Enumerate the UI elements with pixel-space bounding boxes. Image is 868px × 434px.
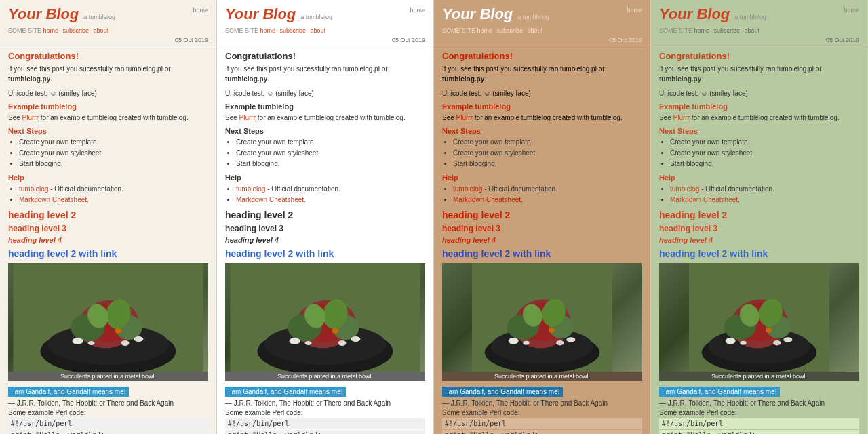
tumblelog-link-4[interactable]: tumblelog <box>670 185 699 193</box>
nav-site-1: SOME SITE <box>8 27 41 34</box>
list-item: Create your own template. <box>236 137 425 148</box>
nav-about-2[interactable]: about <box>311 27 326 34</box>
home-link-4[interactable]: home <box>844 7 859 14</box>
nav-home-4[interactable]: home <box>694 27 710 34</box>
home-link-2[interactable]: home <box>410 7 425 14</box>
code-label-3: Some example Perl code: <box>442 409 642 416</box>
date-4: 05 Oct 2019 <box>651 35 867 45</box>
h2-link-4[interactable]: heading level 2 with link <box>659 248 859 259</box>
post-title-2: Congratulations! <box>225 51 425 61</box>
example-heading-2: Example tumblelog <box>225 102 425 111</box>
code-label-2: Some example Perl code: <box>225 409 425 416</box>
code-label-4: Some example Perl code: <box>659 409 859 416</box>
h4-4: heading level 4 <box>659 236 859 244</box>
post-body-4: If you see this post you sucessfully ran… <box>659 64 859 84</box>
nav-site-2: SOME SITE <box>225 27 258 34</box>
svg-point-9 <box>73 338 83 344</box>
blog-title-2: Your Blog <box>225 5 296 22</box>
example-body-2: See Plurrr for an example tumblelog crea… <box>225 113 425 123</box>
nav-home-3[interactable]: home <box>477 27 493 34</box>
markdown-link-1[interactable]: Markdown Cheatsheet <box>19 196 87 203</box>
unicode-1: Unicode test: ☺ (smiley face) <box>8 88 208 98</box>
example-body-3: See Plurrr for an example tumblelog crea… <box>442 113 642 123</box>
attribution-1: — J.R.R. Tolkien, The Hobbit: or There a… <box>8 399 208 407</box>
tumblelog-link-3[interactable]: tumblelog <box>453 185 482 193</box>
plurrr-link-2[interactable]: Plurrr <box>239 114 256 121</box>
h3-1: heading level 3 <box>8 224 208 233</box>
date-1: 05 Oct 2019 <box>0 35 216 45</box>
post-body-1: If you see this post you sucessfully ran… <box>8 64 208 84</box>
next-heading-3: Next Steps <box>442 127 642 135</box>
h2-2: heading level 2 <box>225 210 425 220</box>
post-content-3: Congratulations! If you see this post yo… <box>434 45 650 434</box>
tumblelog-link-1[interactable]: tumblelog <box>19 185 48 193</box>
help-heading-3: Help <box>442 174 642 182</box>
next-list-2: Create your own template. Create your ow… <box>236 137 425 170</box>
nav-home-1[interactable]: home <box>43 27 59 34</box>
next-heading-2: Next Steps <box>225 127 425 135</box>
list-item: Create your own stylesheet. <box>236 148 425 159</box>
list-item: Markdown Cheatsheet. <box>670 195 859 205</box>
list-item: tumblelog - Official documentation. <box>19 184 208 195</box>
panel-4: Your Blog a tumblelog home SOME SITE hom… <box>651 0 868 434</box>
markdown-link-3[interactable]: Markdown Cheatsheet <box>453 196 521 203</box>
attribution-4: — J.R.R. Tolkien, The Hobbit: or There a… <box>659 399 859 407</box>
blog-subtitle-1: a tumblelog <box>83 14 115 20</box>
post-title-1: Congratulations! <box>8 51 208 61</box>
h2-link-3[interactable]: heading level 2 with link <box>442 248 642 259</box>
blog-title-1: Your Blog <box>8 5 79 22</box>
image-container-1: Succulents planted in a metal bowl. <box>8 263 208 381</box>
help-list-4: tumblelog - Official documentation. Mark… <box>670 184 859 205</box>
nav-subscribe-4[interactable]: subscribe <box>714 27 741 34</box>
code-line2-3: print "Hello, world\n"; <box>442 430 642 434</box>
unicode-4: Unicode test: ☺ (smiley face) <box>659 88 859 98</box>
code-line2-4: print "Hello, world\n"; <box>659 430 859 434</box>
home-link-3[interactable]: home <box>627 7 642 14</box>
example-heading-3: Example tumblelog <box>442 102 642 111</box>
nav-subscribe-3[interactable]: subscribe <box>497 27 524 34</box>
help-heading-4: Help <box>659 174 859 182</box>
svg-point-39 <box>556 340 564 346</box>
nav-about-4[interactable]: about <box>745 27 760 34</box>
list-item: Start blogging. <box>453 159 642 170</box>
svg-point-10 <box>134 336 144 342</box>
markdown-link-2[interactable]: Markdown Cheatsheet <box>236 196 304 203</box>
h2-link-2[interactable]: heading level 2 with link <box>225 248 425 259</box>
home-link-1[interactable]: home <box>193 7 208 14</box>
nav-site-3: SOME SITE <box>442 27 475 34</box>
image-caption-3: Succulents planted in a metal bowl. <box>442 372 642 381</box>
tumblelog-link-2[interactable]: tumblelog <box>236 185 265 193</box>
list-item: Create your own stylesheet. <box>670 148 859 159</box>
image-caption-2: Succulents planted in a metal bowl. <box>225 372 425 381</box>
attribution-3: — J.R.R. Tolkien, The Hobbit: or There a… <box>442 399 642 407</box>
markdown-link-4[interactable]: Markdown Cheatsheet <box>670 196 738 203</box>
nav-about-1[interactable]: about <box>94 27 109 34</box>
plurrr-link-3[interactable]: Plurrr <box>456 114 473 121</box>
nav-about-3[interactable]: about <box>528 27 543 34</box>
code-line1-4: #!/usr/bin/perl <box>659 418 859 429</box>
svg-point-12 <box>88 341 95 345</box>
list-item: Markdown Cheatsheet. <box>19 195 208 205</box>
post-body-3: If you see this post you sucessfully ran… <box>442 64 642 84</box>
blog-header-2: Your Blog a tumblelog home <box>217 0 433 26</box>
h2-4: heading level 2 <box>659 210 859 220</box>
list-item: Markdown Cheatsheet. <box>453 195 642 205</box>
plurrr-link-1[interactable]: Plurrr <box>22 114 39 121</box>
svg-point-40 <box>523 341 529 345</box>
code-line2-1: print "Hello, world\n"; <box>8 430 208 434</box>
panel-2: Your Blog a tumblelog home SOME SITE hom… <box>217 0 434 434</box>
help-heading-2: Help <box>225 174 425 182</box>
list-item: Start blogging. <box>670 159 859 170</box>
nav-home-2[interactable]: home <box>260 27 276 34</box>
svg-point-54 <box>740 341 746 345</box>
h2-link-1[interactable]: heading level 2 with link <box>8 248 208 259</box>
succulent-image-1 <box>8 263 208 372</box>
nav-subscribe-1[interactable]: subscribe <box>63 27 90 34</box>
svg-point-11 <box>121 340 130 346</box>
code-line1-2: #!/usr/bin/perl <box>225 418 425 429</box>
help-list-3: tumblelog - Official documentation. Mark… <box>453 184 642 205</box>
nav-site-4: SOME SITE <box>659 27 692 34</box>
nav-subscribe-2[interactable]: subscribe <box>280 27 307 34</box>
plurrr-link-4[interactable]: Plurrr <box>673 114 690 121</box>
quote-4: I am Gandalf, and Gandalf means me! <box>659 387 780 397</box>
